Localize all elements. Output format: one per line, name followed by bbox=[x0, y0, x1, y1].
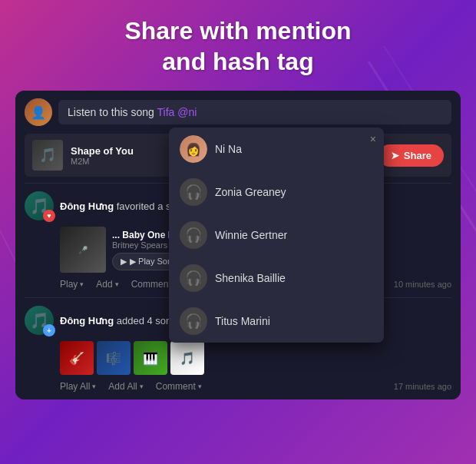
timestamp-2: 17 minutes ago bbox=[394, 382, 451, 391]
play-icon-1: ▶ bbox=[121, 257, 127, 267]
user-avatar: 👤 bbox=[25, 98, 52, 126]
album-thumb-4: 🎵 bbox=[170, 341, 204, 375]
album-thumbs: 🎸 🎼 🎹 🎵 bbox=[60, 341, 451, 375]
mention-dropdown: × 👩 Ni Na 🎧 Zonia Greaney 🎧 Winnie Gertn… bbox=[169, 128, 384, 343]
shenika-avatar: 🎧 bbox=[180, 264, 207, 292]
play-all-label: Play All bbox=[60, 381, 90, 392]
avatar-image: 👤 bbox=[25, 98, 52, 126]
add-all-chevron: ▾ bbox=[140, 383, 144, 390]
song-thumb-1: 🎤 bbox=[60, 227, 106, 273]
feed-username-2: Đông Hưng bbox=[60, 315, 114, 326]
nina-avatar: 👩 bbox=[180, 135, 207, 163]
mention-item-titus[interactable]: 🎧 Titus Marini bbox=[169, 300, 384, 343]
comment-chevron-2: ▾ bbox=[198, 383, 202, 390]
add-all-label: Add All bbox=[108, 381, 137, 392]
titus-avatar: 🎧 bbox=[180, 307, 207, 335]
share-input[interactable]: Listen to this song Tifa @ni bbox=[58, 100, 451, 124]
song-thumbnail: 🎵 bbox=[32, 140, 63, 171]
share-arrow-icon: ➤ bbox=[391, 150, 399, 161]
timestamp-1: 10 minutes ago bbox=[394, 280, 451, 289]
mention-text: @ni bbox=[177, 106, 197, 118]
add-chevron: ▾ bbox=[115, 280, 119, 288]
feed-username-1: Đông Hưng bbox=[60, 201, 114, 212]
page-title: Share with mention and hash tag bbox=[0, 0, 476, 91]
zonia-avatar: 🎧 bbox=[180, 178, 207, 206]
share-label: Share bbox=[404, 150, 431, 161]
winnie-avatar: 🎧 bbox=[180, 221, 207, 249]
highlighted-name: Tifa bbox=[157, 106, 174, 118]
feed-text-1: Đông Hưng favorited a so… bbox=[60, 201, 187, 212]
comment-action-2-label: Comment bbox=[156, 381, 196, 392]
play-action-label: Play bbox=[60, 279, 78, 290]
close-icon[interactable]: × bbox=[370, 134, 376, 144]
main-card: 👤 Listen to this song Tifa @ni × 👩 Ni Na… bbox=[15, 91, 461, 399]
play-chevron: ▾ bbox=[80, 280, 84, 288]
play-all-action[interactable]: Play All ▾ bbox=[60, 381, 96, 392]
share-button[interactable]: ➤ Share bbox=[378, 144, 444, 167]
album-thumb-2: 🎼 bbox=[97, 341, 131, 375]
nina-name: Ni Na bbox=[215, 143, 242, 155]
user-avatar-2: 🎵 + bbox=[25, 306, 54, 335]
add-action-1[interactable]: Add ▾ bbox=[96, 279, 118, 290]
play-all-chevron: ▾ bbox=[92, 383, 96, 390]
zonia-name: Zonia Greaney bbox=[215, 186, 286, 198]
titus-name: Titus Marini bbox=[215, 315, 270, 327]
winnie-name: Winnie Gertner bbox=[215, 229, 287, 241]
add-all-action[interactable]: Add All ▾ bbox=[108, 381, 143, 392]
plus-badge: + bbox=[43, 324, 55, 336]
album-thumb-1: 🎸 bbox=[60, 341, 94, 375]
shenika-name: Shenika Baillie bbox=[215, 272, 286, 284]
user-avatar-1: 🎵 ♥ bbox=[25, 191, 54, 220]
mention-item-zonia[interactable]: 🎧 Zonia Greaney bbox=[169, 171, 384, 214]
share-row: 👤 Listen to this song Tifa @ni × 👩 Ni Na… bbox=[15, 91, 461, 134]
add-action-label: Add bbox=[96, 279, 112, 290]
mention-item-nina[interactable]: 👩 Ni Na bbox=[169, 128, 384, 171]
mention-item-winnie[interactable]: 🎧 Winnie Gertner bbox=[169, 214, 384, 257]
heart-badge: ♥ bbox=[43, 210, 55, 222]
comment-action-label: Comment bbox=[131, 279, 171, 290]
comment-action-2[interactable]: Comment ▾ bbox=[156, 381, 202, 392]
album-thumb-3: 🎹 bbox=[134, 341, 167, 375]
mention-item-shenika[interactable]: 🎧 Shenika Baillie bbox=[169, 257, 384, 300]
play-action-1[interactable]: Play ▾ bbox=[60, 279, 84, 290]
feed-actions-2: Play All ▾ Add All ▾ Comment ▾ 17 minute… bbox=[60, 381, 451, 392]
